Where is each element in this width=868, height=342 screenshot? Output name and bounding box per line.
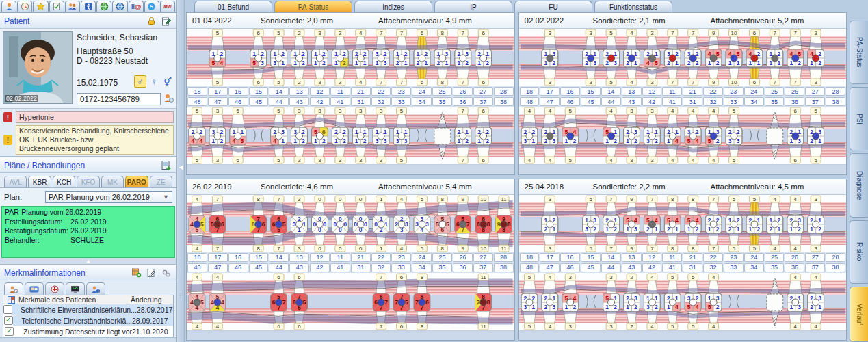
tooth-number-21[interactable]: 21 bbox=[683, 253, 702, 262]
tooth-number-48[interactable]: 48 bbox=[187, 97, 207, 106]
tooth-number-25[interactable]: 25 bbox=[765, 87, 785, 96]
male-icon[interactable]: ♂ bbox=[134, 75, 146, 88]
tooth-number-32[interactable]: 32 bbox=[371, 263, 391, 272]
merkmal-row-2[interactable]: ✓Zustimmung Datenschutz liegt vor21.10.2… bbox=[3, 326, 173, 337]
tooth-number-31[interactable]: 31 bbox=[351, 263, 371, 272]
tooth-number-17[interactable]: 17 bbox=[208, 87, 228, 96]
tooth-number-43[interactable]: 43 bbox=[622, 97, 642, 106]
sidebar-splitter[interactable]: ◄ ⋮ bbox=[177, 0, 185, 342]
tooth-number-16[interactable]: 16 bbox=[560, 253, 580, 262]
tooth-number-24[interactable]: 24 bbox=[744, 87, 764, 96]
plan-tab-kch[interactable]: KCH bbox=[53, 176, 75, 187]
tooth-number-22[interactable]: 22 bbox=[703, 253, 723, 262]
tooth-number-48[interactable]: 48 bbox=[520, 97, 540, 106]
splitter-grip[interactable]: ⋮ bbox=[178, 294, 184, 297]
tooth-number-21[interactable]: 21 bbox=[351, 87, 371, 96]
tab-pa-status[interactable]: PA-Status bbox=[274, 1, 352, 12]
right-tab-risiko[interactable]: Risiko bbox=[850, 220, 868, 284]
tooth-number-44[interactable]: 44 bbox=[269, 97, 289, 106]
merkmal-row-1[interactable]: ✓Telefonische Einverständniserklä...28.0… bbox=[3, 315, 173, 326]
tooth-number-41[interactable]: 41 bbox=[330, 263, 350, 272]
tooth-number-27[interactable]: 27 bbox=[473, 87, 493, 96]
tooth-number-42[interactable]: 42 bbox=[310, 263, 330, 272]
tooth-number-44[interactable]: 44 bbox=[269, 263, 289, 272]
tooth-number-38[interactable]: 38 bbox=[494, 263, 514, 272]
tooth-number-36[interactable]: 36 bbox=[453, 97, 473, 106]
tooth-number-37[interactable]: 37 bbox=[805, 263, 825, 272]
tooth-number-17[interactable]: 17 bbox=[540, 253, 560, 262]
tooth-number-24[interactable]: 24 bbox=[744, 253, 764, 262]
tooth-number-11[interactable]: 11 bbox=[330, 87, 350, 96]
tooth-number-12[interactable]: 12 bbox=[310, 87, 330, 96]
tooth-number-34[interactable]: 34 bbox=[412, 263, 432, 272]
merkmal-checkbox-0[interactable] bbox=[3, 305, 12, 314]
tooth-number-47[interactable]: 47 bbox=[208, 263, 228, 272]
merkmal-tab-monitor[interactable] bbox=[66, 282, 85, 295]
tooth-number-14[interactable]: 14 bbox=[601, 87, 621, 96]
tooth-number-11[interactable]: 11 bbox=[662, 253, 682, 262]
messenger-toolbar-icon[interactable]: S bbox=[144, 1, 159, 12]
tooth-number-26[interactable]: 26 bbox=[785, 253, 804, 262]
favorites-toolbar-icon[interactable] bbox=[33, 1, 48, 12]
tooth-number-36[interactable]: 36 bbox=[785, 263, 804, 272]
appointments-toolbar-icon[interactable] bbox=[17, 1, 32, 12]
merkmal-tab-patient[interactable] bbox=[4, 282, 23, 295]
tooth-number-43[interactable]: 43 bbox=[289, 97, 309, 106]
tooth-number-45[interactable]: 45 bbox=[249, 263, 269, 272]
tooth-number-46[interactable]: 46 bbox=[228, 263, 248, 272]
tooth-number-31[interactable]: 31 bbox=[683, 97, 702, 106]
tooth-number-25[interactable]: 25 bbox=[432, 87, 452, 96]
tooth-number-27[interactable]: 27 bbox=[473, 253, 493, 262]
tab-indizes[interactable]: Indizes bbox=[354, 1, 432, 12]
tooth-number-16[interactable]: 16 bbox=[560, 87, 580, 96]
tooth-number-48[interactable]: 48 bbox=[187, 263, 207, 272]
tooth-number-33[interactable]: 33 bbox=[724, 97, 744, 106]
tooth-number-18[interactable]: 18 bbox=[520, 253, 540, 262]
right-tab-diagnose[interactable]: Diagnose bbox=[850, 153, 868, 217]
plan-tab-paro[interactable]: PARO bbox=[125, 176, 148, 187]
plan-tab-kfo[interactable]: KFO bbox=[77, 176, 99, 187]
contact-person-icon[interactable] bbox=[163, 93, 174, 105]
tooth-number-15[interactable]: 15 bbox=[249, 253, 269, 262]
plan-tab-kbr[interactable]: KBR bbox=[28, 176, 51, 187]
tooth-number-24[interactable]: 24 bbox=[412, 87, 432, 96]
tooth-number-22[interactable]: 22 bbox=[371, 87, 391, 96]
tooth-number-37[interactable]: 37 bbox=[473, 97, 493, 106]
tooth-number-18[interactable]: 18 bbox=[520, 87, 540, 96]
patient-toolbar-icon[interactable] bbox=[1, 1, 16, 12]
tooth-number-14[interactable]: 14 bbox=[601, 253, 621, 262]
tooth-number-28[interactable]: 28 bbox=[826, 253, 845, 262]
tooth-number-13[interactable]: 13 bbox=[289, 87, 309, 96]
merkmal-tab-person-info[interactable]: i bbox=[86, 282, 105, 295]
plan-select[interactable]: PAR-Planung vom 26.02.2019 ▼ bbox=[45, 191, 172, 203]
tooth-number-18[interactable]: 18 bbox=[187, 253, 207, 262]
right-tab-psi[interactable]: PSI bbox=[850, 87, 868, 150]
tooth-number-36[interactable]: 36 bbox=[453, 263, 473, 272]
tooth-number-22[interactable]: 22 bbox=[371, 253, 391, 262]
tooth-number-35[interactable]: 35 bbox=[432, 263, 452, 272]
tooth-number-17[interactable]: 17 bbox=[540, 87, 560, 96]
tooth-number-42[interactable]: 42 bbox=[310, 97, 330, 106]
tasks-toolbar-icon[interactable] bbox=[49, 1, 64, 12]
merkmal-settings-icon[interactable] bbox=[160, 267, 172, 278]
tooth-number-43[interactable]: 43 bbox=[622, 263, 642, 272]
tooth-number-34[interactable]: 34 bbox=[744, 263, 764, 272]
tooth-number-21[interactable]: 21 bbox=[351, 253, 371, 262]
tooth-number-45[interactable]: 45 bbox=[581, 97, 601, 106]
tooth-number-12[interactable]: 12 bbox=[642, 87, 662, 96]
tooth-number-33[interactable]: 33 bbox=[391, 97, 411, 106]
tooth-number-23[interactable]: 23 bbox=[724, 87, 744, 96]
diverse-gender-icon[interactable]: ⚥ bbox=[161, 75, 174, 88]
tooth-number-16[interactable]: 16 bbox=[228, 253, 248, 262]
tooth-number-11[interactable]: 11 bbox=[330, 253, 350, 262]
tooth-number-37[interactable]: 37 bbox=[805, 97, 825, 106]
tooth-number-21[interactable]: 21 bbox=[683, 87, 702, 96]
plan-tab-ze[interactable]: ZE bbox=[150, 176, 172, 187]
tooth-number-35[interactable]: 35 bbox=[765, 263, 785, 272]
tooth-number-44[interactable]: 44 bbox=[601, 263, 621, 272]
merkmal-checkbox-2[interactable]: ✓ bbox=[3, 327, 15, 336]
edit-patient-icon[interactable] bbox=[160, 16, 172, 27]
tooth-number-13[interactable]: 13 bbox=[622, 87, 642, 96]
tooth-number-38[interactable]: 38 bbox=[826, 97, 845, 106]
tooth-number-36[interactable]: 36 bbox=[785, 97, 804, 106]
